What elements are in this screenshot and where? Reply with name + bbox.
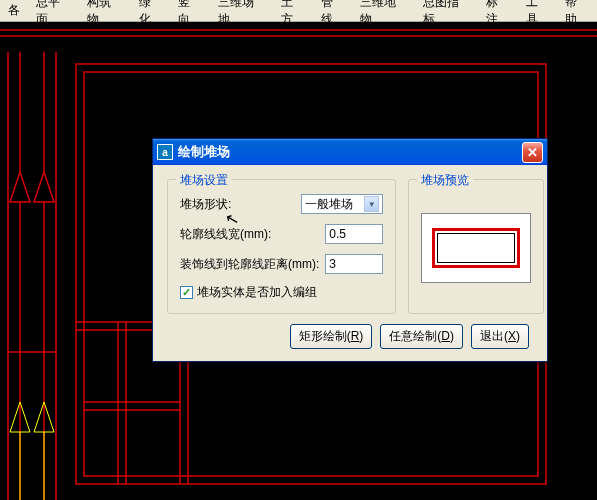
close-button[interactable]: ✕ <box>522 142 543 163</box>
menu-item[interactable]: 竖向 <box>170 0 210 31</box>
exit-button[interactable]: 退出(X) <box>471 324 529 349</box>
menu-item[interactable]: 土方 <box>273 0 313 31</box>
menu-item[interactable]: 标注 <box>478 0 518 31</box>
menu-item[interactable]: 各 <box>0 0 28 22</box>
group-checkbox[interactable]: ✓ <box>180 286 193 299</box>
outline-width-input[interactable] <box>325 224 383 244</box>
outline-width-label: 轮廓线线宽(mm): <box>180 226 271 243</box>
menu-item[interactable]: 总图指标 <box>415 0 478 31</box>
check-icon: ✓ <box>182 286 191 299</box>
app-icon: a <box>157 144 173 160</box>
preview-canvas <box>421 213 531 283</box>
shape-value: 一般堆场 <box>305 196 353 213</box>
menu-item[interactable]: 总平面 <box>28 0 79 31</box>
menu-item[interactable]: 构筑物 <box>79 0 130 31</box>
preview-group: 堆场预览 <box>408 179 544 314</box>
shape-label: 堆场形状: <box>180 196 231 213</box>
rect-draw-button[interactable]: 矩形绘制(R) <box>290 324 373 349</box>
group-checkbox-label: 堆场实体是否加入编组 <box>197 284 317 301</box>
free-draw-button[interactable]: 任意绘制(D) <box>380 324 463 349</box>
decoration-distance-input[interactable] <box>325 254 383 274</box>
settings-group: 堆场设置 堆场形状: 一般堆场 ▼ 轮廓线线宽(mm): 装饰线到轮廓线距离(m… <box>167 179 396 314</box>
decoration-distance-label: 装饰线到轮廓线距离(mm): <box>180 256 319 273</box>
dialog-title: 绘制堆场 <box>178 143 522 161</box>
preview-legend: 堆场预览 <box>417 172 473 189</box>
close-icon: ✕ <box>527 145 538 160</box>
shape-combobox[interactable]: 一般堆场 ▼ <box>301 194 383 214</box>
menu-item[interactable]: 管线 <box>313 0 353 31</box>
menu-item[interactable]: 工具 <box>518 0 558 31</box>
settings-legend: 堆场设置 <box>176 172 232 189</box>
dialog-titlebar[interactable]: a 绘制堆场 ✕ <box>153 139 547 165</box>
menu-bar: 各 总平面 构筑物 绿化 竖向 三维场地 土方 管线 三维地物 总图指标 标注 … <box>0 0 597 22</box>
menu-item[interactable]: 绿化 <box>131 0 171 31</box>
menu-item[interactable]: 三维地物 <box>352 0 415 31</box>
chevron-down-icon: ▼ <box>364 196 379 212</box>
menu-item[interactable]: 三维场地 <box>210 0 273 31</box>
menu-item[interactable]: 帮助 <box>557 0 597 31</box>
draw-yard-dialog: a 绘制堆场 ✕ 堆场设置 堆场形状: 一般堆场 ▼ 轮廓线线宽(mm): <box>152 138 548 362</box>
